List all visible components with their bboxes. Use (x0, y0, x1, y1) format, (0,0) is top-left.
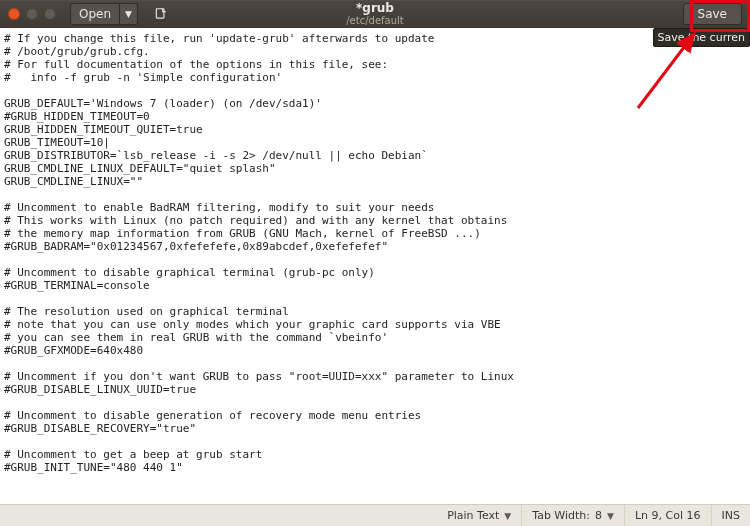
new-document-button[interactable] (148, 3, 174, 25)
save-button[interactable]: Save (683, 3, 742, 25)
open-button[interactable]: Open (70, 3, 120, 25)
save-tooltip: Save the curren (653, 28, 750, 47)
open-button-label: Open (79, 7, 111, 21)
cursor-position[interactable]: Ln 9, Col 16 (624, 505, 711, 526)
tab-width-value: 8 (595, 509, 602, 522)
chevron-down-icon: ▼ (607, 511, 614, 521)
save-button-label: Save (698, 7, 727, 21)
titlebar: Open ▼ *grub /etc/default Save (0, 0, 750, 28)
text-editor-area[interactable]: # If you change this file, run 'update-g… (0, 28, 750, 504)
chevron-down-icon: ▼ (504, 511, 511, 521)
tab-width-label: Tab Width: (532, 509, 590, 522)
document-title: *grub (356, 2, 394, 15)
window-maximize-button[interactable] (44, 8, 56, 20)
open-recent-dropdown[interactable]: ▼ (120, 3, 138, 25)
window-close-button[interactable] (8, 8, 20, 20)
insert-mode-label: INS (722, 509, 740, 522)
chevron-down-icon: ▼ (125, 9, 132, 19)
document-path: /etc/default (346, 15, 404, 26)
syntax-mode-label: Plain Text (447, 509, 499, 522)
window-minimize-button[interactable] (26, 8, 38, 20)
new-document-icon (154, 7, 168, 21)
insert-mode-indicator[interactable]: INS (711, 505, 750, 526)
cursor-position-label: Ln 9, Col 16 (635, 509, 701, 522)
statusbar: Plain Text ▼ Tab Width: 8 ▼ Ln 9, Col 16… (0, 504, 750, 526)
tab-width-selector[interactable]: Tab Width: 8 ▼ (521, 505, 624, 526)
window-title: *grub /etc/default (346, 2, 404, 26)
syntax-mode-selector[interactable]: Plain Text ▼ (437, 505, 521, 526)
window-controls (0, 8, 64, 20)
editor-content: # If you change this file, run 'update-g… (4, 32, 514, 474)
